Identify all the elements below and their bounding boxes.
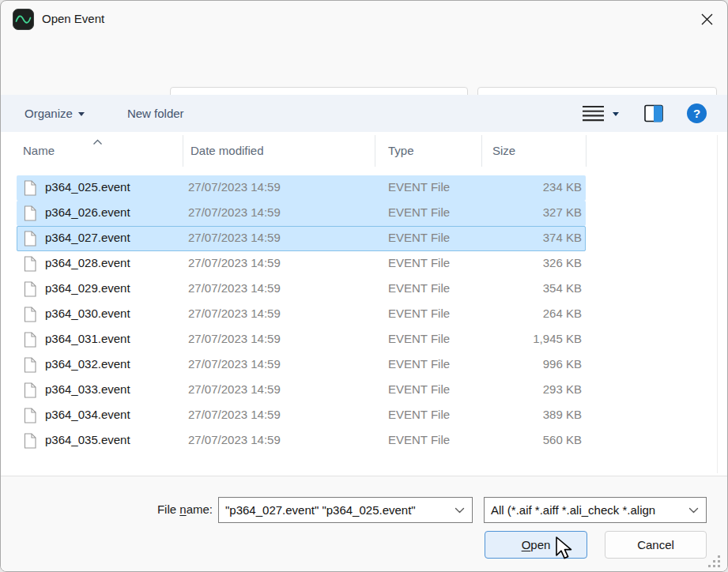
file-icon	[24, 231, 36, 249]
file-icon	[24, 433, 36, 451]
organize-dropdown-caret-icon	[78, 112, 85, 116]
file-icon	[24, 307, 36, 325]
cancel-button[interactable]: Cancel	[605, 531, 707, 559]
file-size: 264 KB	[471, 307, 582, 320]
close-icon	[700, 13, 714, 26]
sine-wave-app-icon	[13, 9, 34, 30]
file-row[interactable]: p364_033.event 27/07/2023 14:59 EVENT Fi…	[17, 378, 586, 403]
file-row[interactable]: p364_025.event 27/07/2023 14:59 EVENT Fi…	[17, 175, 586, 201]
change-view-button[interactable]	[582, 105, 619, 122]
view-dropdown-caret-icon	[613, 112, 619, 116]
preview-pane-button[interactable]	[644, 104, 663, 122]
file-date-modified: 27/07/2023 14:59	[188, 382, 281, 396]
file-name: p364_029.event	[45, 281, 130, 295]
file-icon	[24, 332, 36, 350]
column-header-date-modified[interactable]: Date modified	[190, 144, 264, 157]
file-date-modified: 27/07/2023 14:59	[188, 433, 281, 446]
file-row[interactable]: p364_034.event 27/07/2023 14:59 EVENT Fi…	[17, 403, 586, 428]
column-header-name[interactable]: Name	[23, 144, 55, 157]
file-type-dropdown-button[interactable]	[685, 507, 706, 514]
file-name: p364_026.event	[45, 205, 130, 219]
file-icon	[24, 357, 36, 375]
file-type: EVENT File	[388, 332, 450, 345]
file-name: p364_034.event	[45, 408, 130, 421]
file-row[interactable]: p364_026.event 27/07/2023 14:59 EVENT Fi…	[17, 201, 586, 226]
file-row[interactable]: p364_027.event 27/07/2023 14:59 EVENT Fi…	[17, 226, 586, 251]
file-icon	[24, 256, 36, 274]
file-row[interactable]: p364_029.event 27/07/2023 14:59 EVENT Fi…	[17, 277, 586, 302]
navigation-bar: « Wind... › Events	[1, 39, 727, 95]
dialog-footer: File name: All (*.aif *.aiff *.ali_check…	[1, 476, 727, 572]
file-size: 1,945 KB	[471, 332, 582, 345]
new-folder-button[interactable]: New folder	[127, 107, 184, 120]
file-icon	[24, 180, 36, 198]
file-date-modified: 27/07/2023 14:59	[188, 307, 281, 320]
file-list: p364_025.event 27/07/2023 14:59 EVENT Fi…	[1, 175, 727, 453]
file-name-dropdown-button[interactable]	[451, 507, 472, 514]
file-icon	[24, 281, 36, 299]
chevron-down-icon	[688, 507, 699, 514]
organize-button[interactable]: Organize	[25, 107, 85, 120]
file-date-modified: 27/07/2023 14:59	[188, 180, 281, 194]
file-name-combobox	[218, 497, 473, 523]
column-divider[interactable]	[586, 135, 587, 167]
file-type: EVENT File	[388, 408, 450, 421]
command-toolbar: Organize New folder	[1, 95, 727, 132]
column-divider[interactable]	[375, 135, 375, 167]
column-divider[interactable]	[183, 135, 183, 167]
title-bar: Open Event	[1, 1, 727, 39]
file-row[interactable]: p364_035.event 27/07/2023 14:59 EVENT Fi…	[17, 428, 586, 453]
file-name: p364_033.event	[45, 382, 130, 396]
close-button[interactable]	[696, 11, 717, 30]
file-name-input[interactable]	[219, 503, 451, 517]
new-folder-label: New folder	[127, 107, 184, 120]
file-type: EVENT File	[388, 205, 450, 219]
open-button[interactable]: Open	[485, 531, 587, 559]
help-button[interactable]: ?	[687, 103, 707, 123]
file-type: EVENT File	[388, 382, 450, 396]
file-type: EVENT File	[388, 231, 450, 244]
file-type: EVENT File	[388, 433, 450, 446]
preview-pane-icon	[644, 104, 663, 122]
file-type: EVENT File	[388, 180, 450, 194]
file-date-modified: 27/07/2023 14:59	[188, 408, 281, 421]
file-name: p364_030.event	[45, 307, 130, 320]
file-icon	[24, 408, 36, 426]
file-date-modified: 27/07/2023 14:59	[188, 332, 281, 345]
file-icon	[24, 382, 36, 401]
file-name-label: File name:	[119, 502, 213, 516]
column-divider[interactable]	[481, 135, 482, 167]
file-name: p364_028.event	[45, 256, 130, 269]
file-type: EVENT File	[388, 357, 450, 371]
window-title: Open Event	[42, 12, 104, 25]
open-event-dialog: Open Event	[0, 0, 728, 572]
file-size: 354 KB	[471, 281, 582, 295]
chevron-down-icon	[455, 507, 465, 514]
file-type-value: All (*.aif *.aiff *.ali_check *.align	[485, 503, 685, 517]
file-name: p364_031.event	[45, 332, 130, 345]
file-row[interactable]: p364_032.event 27/07/2023 14:59 EVENT Fi…	[17, 352, 586, 378]
sort-ascending-icon	[92, 134, 103, 148]
file-size: 560 KB	[471, 433, 582, 446]
file-type: EVENT File	[388, 281, 450, 295]
file-size: 374 KB	[471, 231, 582, 244]
resize-grip[interactable]	[707, 555, 722, 571]
file-row[interactable]: p364_031.event 27/07/2023 14:59 EVENT Fi…	[17, 327, 586, 352]
file-date-modified: 27/07/2023 14:59	[188, 205, 281, 219]
file-type-combobox[interactable]: All (*.aif *.aiff *.ali_check *.align	[484, 497, 707, 523]
file-size: 234 KB	[471, 180, 582, 194]
file-size: 327 KB	[471, 205, 582, 219]
help-question-icon: ?	[687, 103, 707, 123]
file-name: p364_035.event	[45, 433, 130, 446]
file-name: p364_032.event	[45, 357, 130, 371]
file-row[interactable]: p364_028.event 27/07/2023 14:59 EVENT Fi…	[17, 251, 586, 277]
file-row[interactable]: p364_030.event 27/07/2023 14:59 EVENT Fi…	[17, 302, 586, 327]
file-date-modified: 27/07/2023 14:59	[188, 256, 281, 269]
column-header-size[interactable]: Size	[492, 144, 515, 157]
file-date-modified: 27/07/2023 14:59	[188, 281, 281, 295]
organize-label: Organize	[25, 107, 73, 120]
file-type: EVENT File	[388, 256, 450, 269]
column-header-type[interactable]: Type	[388, 144, 414, 157]
file-icon	[24, 205, 36, 224]
file-size: 996 KB	[471, 357, 582, 371]
